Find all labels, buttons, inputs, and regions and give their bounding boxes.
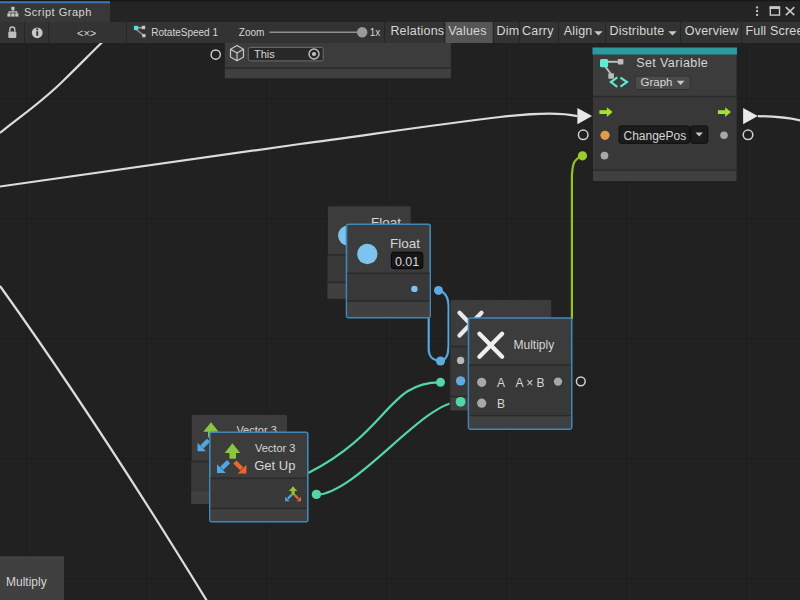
svg-text:1x: 1x: [370, 27, 381, 38]
svg-text:Values: Values: [448, 24, 487, 38]
svg-text:ChangePos: ChangePos: [624, 129, 687, 143]
svg-text:Script Graph: Script Graph: [24, 6, 92, 18]
svg-text:A × B: A × B: [516, 376, 545, 390]
svg-text:Distribute: Distribute: [610, 24, 665, 38]
svg-text:Relations: Relations: [390, 24, 444, 38]
svg-text:Full Screen: Full Screen: [745, 24, 800, 38]
svg-text:Zoom: Zoom: [239, 27, 265, 38]
svg-text:<×>: <×>: [77, 27, 96, 39]
svg-text:Vector 3: Vector 3: [255, 442, 295, 454]
svg-text:Align: Align: [564, 24, 593, 38]
svg-text:This: This: [254, 48, 275, 60]
svg-text:B: B: [497, 397, 505, 411]
svg-text:Dim: Dim: [497, 24, 520, 38]
svg-text:Multiply: Multiply: [514, 338, 555, 352]
svg-text:Float: Float: [390, 236, 420, 251]
svg-text:A: A: [497, 376, 505, 390]
svg-text:Multiply: Multiply: [6, 575, 47, 589]
svg-text:Set Variable: Set Variable: [636, 56, 708, 70]
svg-text:Get Up: Get Up: [254, 458, 295, 473]
svg-text:Graph: Graph: [641, 76, 673, 88]
svg-text:Carry: Carry: [522, 24, 554, 38]
svg-text:RotateSpeed 1: RotateSpeed 1: [151, 27, 218, 38]
svg-text:0.01: 0.01: [395, 255, 419, 269]
svg-text:Overview: Overview: [685, 24, 739, 38]
